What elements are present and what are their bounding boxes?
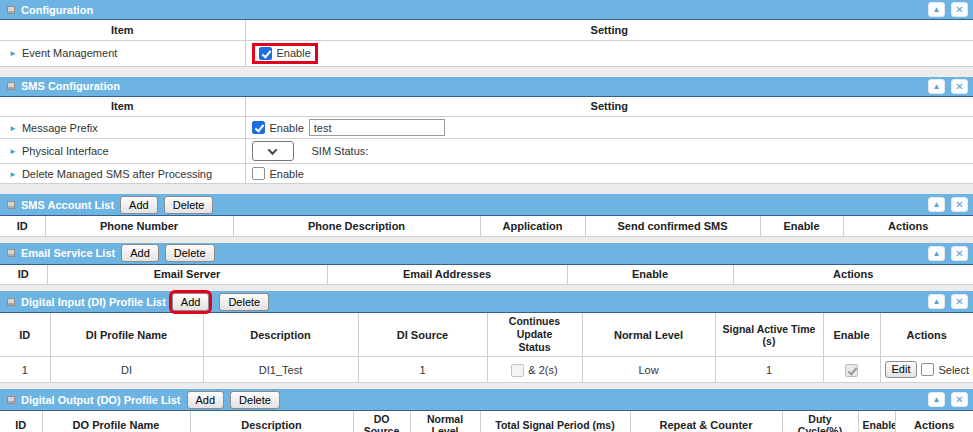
close-icon[interactable]: ✕	[951, 392, 968, 407]
delete-button[interactable]: Delete	[164, 196, 214, 214]
item-label-cell: ►Delete Managed SMS after Processing	[0, 164, 245, 184]
message-prefix-input[interactable]	[309, 119, 445, 136]
cell-actions: Edit Select	[880, 357, 973, 383]
item-label: Physical Interface	[22, 145, 109, 157]
enable-label: Enable	[270, 122, 304, 134]
col-header: Continues Update Status	[487, 313, 582, 357]
collapse-icon[interactable]: ▲	[928, 197, 945, 212]
section-configuration: Configuration ▲ ✕ Item Setting ►Event Ma…	[0, 0, 973, 67]
col-header: Enable	[823, 313, 880, 357]
section-title: SMS Account List	[21, 199, 114, 211]
table-row-physical-interface: ►Physical Interface SIM Status:	[0, 139, 973, 164]
cell-continues-update-status: & 2(s)	[487, 357, 582, 383]
col-header: Normal Level	[582, 313, 715, 357]
collapse-icon[interactable]: ▲	[928, 294, 945, 309]
close-icon[interactable]: ✕	[951, 294, 968, 309]
collapse-icon[interactable]: ▲	[928, 246, 945, 261]
col-header: Repeat & Counter	[630, 411, 782, 432]
item-bullet-icon: ►	[9, 147, 17, 156]
cell-signal-active-time: 1	[715, 357, 823, 383]
col-header: Application	[480, 216, 585, 236]
delete-button[interactable]: Delete	[219, 293, 269, 311]
cell-enable	[823, 357, 880, 383]
close-icon[interactable]: ✕	[951, 246, 968, 261]
cell-normal-level: Low	[582, 357, 715, 383]
col-header: Description	[190, 411, 353, 432]
section-do-profile-list: Digital Output (DO) Profile List Add Del…	[0, 389, 973, 432]
col-header-setting: Setting	[245, 20, 973, 40]
col-header: Phone Number	[45, 216, 233, 236]
enable-checkbox	[845, 364, 858, 377]
table-header-row: ID DO Profile Name Description DO Source…	[0, 411, 973, 432]
add-button[interactable]: Add	[121, 244, 159, 262]
section-icon	[7, 6, 15, 14]
sms-account-list-header-bar: SMS Account List Add Delete ▲ ✕	[0, 194, 973, 216]
table-row-message-prefix: ►Message Prefix Enable	[0, 117, 973, 139]
col-header-setting: Setting	[245, 97, 973, 117]
di-profile-list-header-bar: Digital Input (DI) Profile List Add Dele…	[0, 291, 973, 313]
configuration-header-bar: Configuration ▲ ✕	[0, 0, 973, 20]
section-di-profile-list: Digital Input (DI) Profile List Add Dele…	[0, 291, 973, 383]
section-icon	[7, 396, 15, 404]
col-header: Email Server	[47, 265, 327, 285]
collapse-icon[interactable]: ▲	[928, 79, 945, 94]
col-header: Enable	[760, 216, 843, 236]
select-checkbox[interactable]	[921, 363, 934, 376]
col-header: Normal Level	[410, 411, 480, 432]
table-row-delete-managed-sms: ►Delete Managed SMS after Processing Ena…	[0, 164, 973, 184]
section-title: Digital Input (DI) Profile List	[21, 296, 166, 308]
section-gap	[0, 67, 973, 77]
col-header: DI Profile Name	[50, 313, 203, 357]
collapse-icon[interactable]: ▲	[928, 392, 945, 407]
col-header: Total Signal Period (ms)	[480, 411, 630, 432]
sms-configuration-table: Item Setting ►Message Prefix Enable ►Phy…	[0, 97, 973, 185]
message-prefix-enable-checkbox[interactable]	[252, 121, 265, 134]
col-header: DO Source	[353, 411, 410, 432]
select-label: Select	[938, 364, 969, 376]
edit-button[interactable]: Edit	[885, 361, 918, 378]
col-header: Actions	[880, 313, 973, 357]
close-icon[interactable]: ✕	[951, 79, 968, 94]
col-header: Duty Cycle(%)	[782, 411, 858, 432]
section-title: Email Service List	[21, 247, 115, 259]
delete-button[interactable]: Delete	[230, 391, 280, 409]
col-header: Send confirmed SMS	[585, 216, 760, 236]
add-button[interactable]: Add	[120, 196, 158, 214]
setting-cell: Enable	[245, 117, 973, 139]
close-icon[interactable]: ✕	[951, 197, 968, 212]
sms-account-list-table: ID Phone Number Phone Description Applic…	[0, 216, 973, 237]
table-header-row: ID DI Profile Name Description DI Source…	[0, 313, 973, 357]
section-sms-configuration: SMS Configuration ▲ ✕ Item Setting ►Mess…	[0, 77, 973, 185]
col-header: ID	[0, 265, 47, 285]
chevron-down-icon	[268, 145, 278, 155]
delete-button[interactable]: Delete	[165, 244, 215, 262]
col-header: Actions	[843, 216, 973, 236]
col-header: Actions	[733, 265, 973, 285]
physical-interface-select[interactable]	[252, 141, 294, 161]
setting-cell: Enable	[245, 164, 973, 184]
collapse-icon[interactable]: ▲	[928, 2, 945, 17]
item-label: Message Prefix	[22, 122, 98, 134]
item-bullet-icon: ►	[9, 49, 17, 58]
close-icon[interactable]: ✕	[951, 2, 968, 17]
col-header: Phone Description	[233, 216, 480, 236]
highlight-box: Enable	[252, 43, 318, 64]
section-icon	[7, 201, 15, 209]
item-label-cell: ►Physical Interface	[0, 139, 245, 164]
email-service-list-header-bar: Email Service List Add Delete ▲ ✕	[0, 243, 973, 265]
item-label-cell: ►Message Prefix	[0, 117, 245, 139]
col-header: Email Addresses	[327, 265, 567, 285]
event-management-enable-checkbox[interactable]	[259, 47, 272, 60]
col-header: ID	[0, 411, 42, 432]
col-header: Enable	[567, 265, 733, 285]
add-button[interactable]: Add	[172, 293, 210, 311]
table-row-event-management: ►Event Management Enable	[0, 40, 973, 66]
item-bullet-icon: ►	[9, 124, 17, 133]
col-header: ID	[0, 313, 50, 357]
delete-managed-sms-enable-checkbox[interactable]	[252, 167, 265, 180]
continues-update-label: & 2(s)	[528, 364, 557, 376]
item-label: Event Management	[22, 47, 117, 59]
add-button[interactable]: Add	[187, 391, 225, 409]
di-profile-list-table: ID DI Profile Name Description DI Source…	[0, 313, 973, 383]
do-profile-list-header-bar: Digital Output (DO) Profile List Add Del…	[0, 389, 973, 411]
